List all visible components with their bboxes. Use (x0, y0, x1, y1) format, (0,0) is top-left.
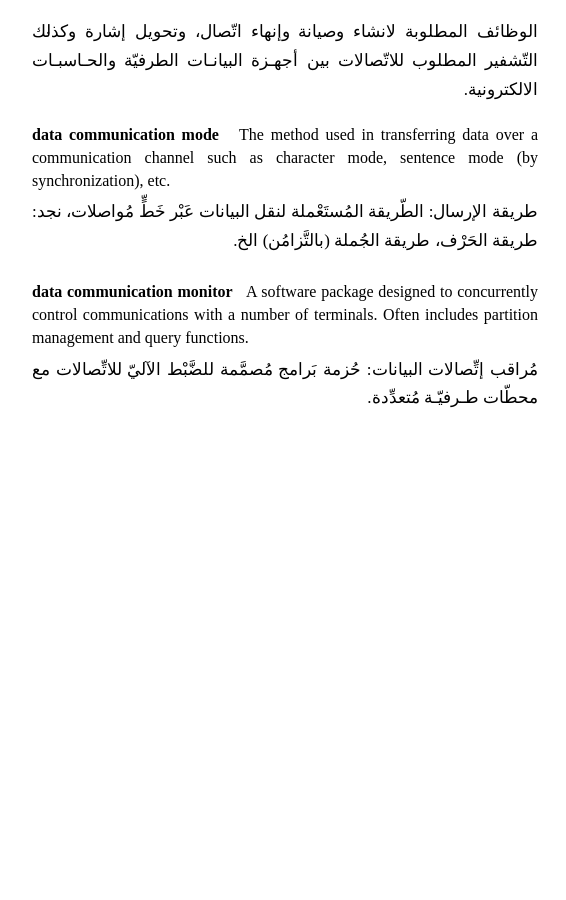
intro-arabic-text: الوظائف المطلوبة لانشاء وصيانة وإنهاء ات… (32, 18, 538, 105)
bullet-dot: · (46, 20, 51, 46)
entry-english-mode: data communication mode The method used … (32, 123, 538, 193)
intro-section: · الوظائف المطلوبة لانشاء وصيانة وإنهاء … (32, 18, 538, 105)
page: · الوظائف المطلوبة لانشاء وصيانة وإنهاء … (0, 0, 566, 900)
term-data-communication-monitor: data communication monitor (32, 283, 233, 300)
spacer-1 (32, 270, 538, 280)
entry-data-communication-mode: data communication mode The method used … (32, 123, 538, 256)
term-data-communication-mode: data communication mode (32, 126, 219, 143)
arabic-def-monitor: مُراقب إتِّصالات البيانات: حُزمة بَرامج … (32, 356, 538, 414)
entry-english-monitor: data communication monitor A software pa… (32, 280, 538, 350)
arabic-def-mode: طريقة الإرسال: الطّريقة المُستَعْملة لنق… (32, 198, 538, 256)
entry-data-communication-monitor: data communication monitor A software pa… (32, 280, 538, 413)
